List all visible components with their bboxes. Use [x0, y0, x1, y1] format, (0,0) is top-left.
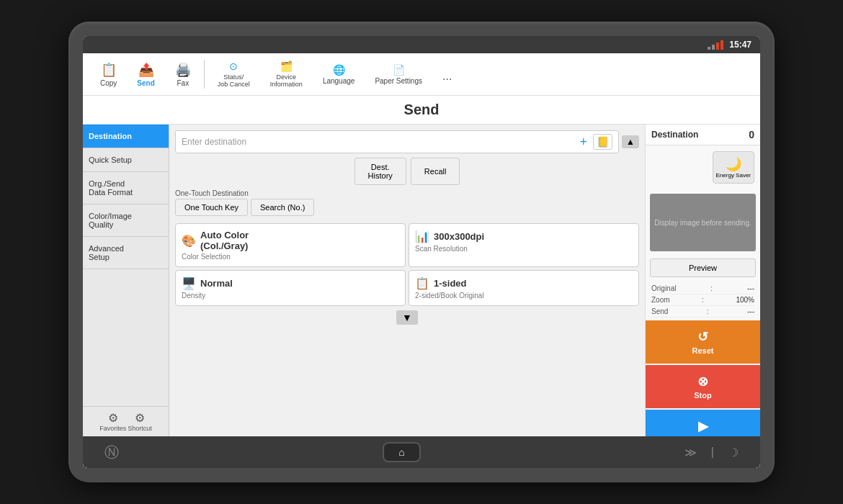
sidebar-item-destination[interactable]: Destination	[83, 125, 169, 148]
dest-history-button[interactable]: Dest.History	[354, 158, 406, 185]
preview-area: Display image before sending.	[650, 194, 756, 251]
original-value: ---	[747, 284, 754, 292]
sidebar-item-color-image[interactable]: Color/ImageQuality	[83, 204, 169, 237]
favorites-icon: ⚙	[108, 411, 118, 425]
resolution-title-text: 300x300dpi	[434, 231, 484, 242]
sided-card-label: 2-sided/Book Original	[415, 292, 633, 300]
signal-bar-3	[716, 42, 719, 50]
shortcut-label: Shortcut	[128, 425, 152, 432]
favorites-button[interactable]: ⚙ Favorites	[99, 411, 126, 432]
nav-paper[interactable]: 📄 Paper Settings	[365, 61, 432, 88]
destination-header-label: Destination	[651, 130, 698, 140]
content-area: Destination Quick Setup Org./SendData Fo…	[83, 125, 760, 436]
nav-bar: 📋 Copy 📤 Send 🖨️ Fax ⊙ Status/Job Cancel…	[83, 53, 760, 96]
send-label: Send	[651, 307, 668, 315]
color-title-text: Auto Color(Col./Gray)	[200, 230, 249, 251]
sidebar-item-org-send[interactable]: Org./SendData Format	[83, 172, 169, 204]
resolution-card-title: 📊 300x300dpi	[415, 230, 633, 243]
stop-icon: ⊗	[697, 374, 708, 390]
shortcut-button[interactable]: ⚙ Shortcut	[128, 411, 152, 432]
zoom-value: 100%	[736, 296, 754, 304]
nav-fax-label: Fax	[177, 79, 189, 87]
nav-copy[interactable]: 📋 Copy	[90, 59, 127, 90]
bottom-bar: Ⓝ ⌂ ≫ | ☽	[83, 436, 760, 468]
one-touch-key-button[interactable]: One Touch Key	[175, 199, 248, 216]
send-icon: 📤	[138, 62, 154, 78]
color-selection-card[interactable]: 🎨 Auto Color(Col./Gray) Color Selection	[175, 223, 406, 267]
history-recall-row: Dest.History Recall	[175, 158, 639, 185]
energy-saver-button[interactable]: 🌙 Energy Saver	[713, 151, 754, 184]
nav-language-label: Language	[323, 77, 355, 85]
sidebar-bottom: ⚙ Favorites ⚙ Shortcut	[83, 406, 169, 436]
nav-divider	[204, 60, 205, 89]
density-card-label: Density	[182, 292, 399, 300]
nav-status-label: Status/Job Cancel	[218, 73, 250, 88]
reset-label: Reset	[692, 346, 714, 355]
search-no-button[interactable]: Search (No.)	[251, 199, 314, 216]
original-separator: :	[710, 284, 713, 292]
fax-icon: 🖨️	[175, 62, 191, 78]
scroll-down-button[interactable]: ▼	[396, 310, 418, 325]
bottom-nav-icons: ≫ | ☽	[684, 446, 739, 459]
start-icon: ▶	[698, 418, 708, 434]
address-book-button[interactable]: 📒	[593, 134, 612, 150]
one-touch-label: One-Touch Destination	[175, 189, 639, 197]
nav-copy-label: Copy	[100, 79, 117, 87]
action-buttons: ↺ Reset ⊗ Stop ▶ Start	[646, 320, 760, 436]
home-button[interactable]: ⌂	[383, 442, 420, 462]
one-touch-buttons: One Touch Key Search (No.)	[175, 199, 639, 216]
send-separator: :	[707, 307, 709, 315]
destination-bar: Enter destination + 📒	[175, 130, 619, 153]
device-info-icon: 🗂️	[280, 60, 293, 72]
start-button[interactable]: ▶ Start	[646, 410, 760, 436]
separator-icon: |	[711, 446, 714, 459]
status-bar: 15:47	[83, 36, 760, 53]
sleep-icon: ☽	[728, 446, 739, 459]
sided-card-title: 📋 1-sided	[415, 276, 633, 290]
send-value: ---	[747, 307, 754, 315]
recall-button[interactable]: Recall	[411, 158, 460, 185]
sided-icon: 📋	[415, 276, 429, 290]
energy-saver-label: Energy Saver	[716, 172, 751, 179]
center-panel: Enter destination + 📒 ▲ Dest.History Rec…	[169, 125, 645, 436]
destination-count: 0	[749, 129, 754, 140]
resolution-icon: 📊	[415, 230, 429, 243]
signal-indicator	[708, 40, 723, 50]
sided-card[interactable]: 📋 1-sided 2-sided/Book Original	[409, 270, 639, 306]
scroll-up-button[interactable]: ▲	[622, 135, 639, 148]
nav-device[interactable]: 🗂️ DeviceInformation	[260, 58, 313, 91]
nav-language[interactable]: 🌐 Language	[313, 61, 365, 88]
nav-send[interactable]: 📤 Send	[127, 59, 164, 90]
page-title: Send	[404, 102, 440, 117]
sidebar-item-advanced[interactable]: AdvancedSetup	[83, 237, 169, 269]
density-card[interactable]: 🖥️ Normal Density	[175, 270, 406, 306]
signal-bar-2	[712, 45, 715, 50]
copy-icon: 📋	[101, 62, 117, 78]
preview-button[interactable]: Preview	[650, 258, 756, 277]
preview-placeholder-text: Display image before sending.	[654, 219, 751, 227]
destination-placeholder: Enter destination	[182, 137, 246, 147]
nav-fax[interactable]: 🖨️ Fax	[165, 59, 201, 90]
info-table: Original : --- Zoom : 100% Send : ---	[646, 280, 760, 320]
add-destination-button[interactable]: +	[577, 135, 591, 150]
zoom-label: Zoom	[651, 296, 670, 304]
density-icon: 🖥️	[182, 276, 196, 290]
nav-status[interactable]: ⊙ Status/Job Cancel	[208, 58, 260, 91]
resolution-card[interactable]: 📊 300x300dpi Scan Resolution	[409, 223, 639, 267]
one-touch-section: One-Touch Destination One Touch Key Sear…	[175, 189, 639, 216]
density-card-title: 🖥️ Normal	[182, 276, 399, 290]
nav-send-label: Send	[137, 79, 154, 87]
favorites-label: Favorites	[99, 425, 126, 432]
original-label: Original	[651, 284, 676, 292]
right-panel: Destination 0 🌙 Energy Saver Display ima…	[645, 125, 760, 436]
nfc-icon: Ⓝ	[104, 443, 119, 462]
info-row-send: Send : ---	[651, 306, 754, 318]
reset-button[interactable]: ↺ Reset	[646, 320, 760, 364]
nav-more[interactable]: ...	[432, 63, 462, 86]
nav-more-label: ...	[442, 70, 452, 83]
stop-button[interactable]: ⊗ Stop	[646, 365, 760, 408]
paper-icon: 📄	[393, 64, 405, 76]
sidebar-item-quick-setup[interactable]: Quick Setup	[83, 148, 169, 172]
forward-icon: ≫	[684, 446, 697, 459]
density-title-text: Normal	[200, 278, 233, 289]
